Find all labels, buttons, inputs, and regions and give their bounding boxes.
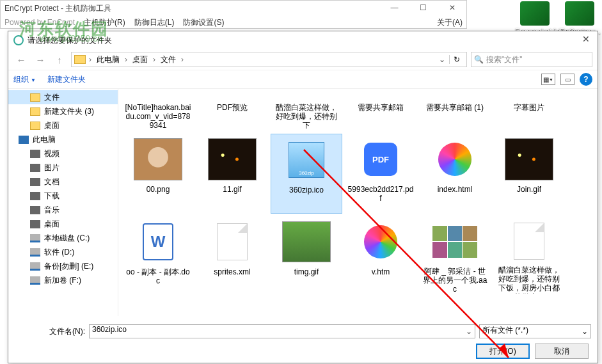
tree-item[interactable]: 本地磁盘 (C:) (8, 231, 118, 245)
tree-item[interactable]: 备份[勿删] (E:) (8, 259, 118, 273)
file-name: index.html (438, 185, 473, 194)
bc-desktop[interactable]: 桌面 (131, 53, 150, 67)
dialog-title: 请选择您要保护的文件夹 (28, 35, 112, 46)
file-dialog: 请选择您要保护的文件夹 ✕ ← → ↑ › 此电脑 › 桌面 › 文件 › ⌄ … (8, 31, 598, 363)
tree-item[interactable]: 桌面 (8, 217, 118, 231)
tree-item[interactable]: 视频 (8, 146, 118, 161)
tree-item[interactable]: 音乐 (8, 203, 118, 217)
drive-icon (30, 248, 40, 257)
folder-icon (30, 93, 40, 102)
bc-pc[interactable]: 此电脑 (95, 53, 122, 67)
file-name: 醋溜白菜这样做，好吃到爆，还特别下饭，厨房小白都能做出... (496, 265, 562, 294)
tree-item[interactable]: 下载 (8, 189, 118, 203)
forward-button: → (33, 52, 48, 67)
view-icon[interactable]: ▦▼ (541, 74, 555, 85)
file-name: timg.gif (294, 267, 319, 276)
file-item[interactable]: PDF预览 (196, 94, 268, 131)
menu-settings[interactable]: 防御设置(S) (183, 17, 224, 28)
file-thumb (207, 136, 258, 182)
close-icon[interactable]: ✕ (578, 34, 594, 47)
chevron-right-icon: › (87, 55, 93, 64)
drive-icon (30, 234, 40, 242)
file-item[interactable]: 11.gif (196, 134, 268, 214)
file-item[interactable]: PDF5993ecb2dd217.pdf (345, 134, 416, 214)
file-thumb (281, 219, 332, 265)
file-thumb: PDF (355, 136, 406, 182)
file-item[interactable]: 字幕图片 (493, 94, 565, 131)
breadcrumb[interactable]: › 此电脑 › 桌面 › 文件 › ⌄ ↻ (71, 52, 467, 67)
tree-item[interactable]: 文件 (8, 90, 118, 104)
back-button[interactable]: ← (13, 52, 29, 67)
media-icon (30, 220, 40, 228)
tree-item[interactable]: 新建文件夹 (3) (8, 104, 118, 118)
file-name: sprites.xml (214, 267, 250, 276)
file-item[interactable]: 需要共享邮箱 (1) (419, 94, 491, 131)
menu-about[interactable]: 关于(A) (437, 17, 463, 28)
help-icon[interactable]: ? (580, 73, 592, 86)
preview-icon[interactable]: ▭ (560, 74, 574, 85)
chevron-down-icon: ⌄ (466, 327, 472, 336)
newfolder-button[interactable]: 新建文件夹 (47, 74, 86, 85)
file-thumb (281, 137, 332, 183)
drive-icon (30, 276, 40, 285)
cancel-button[interactable]: 取消 (535, 344, 589, 359)
menu-host[interactable]: 主机防护(R) (84, 17, 125, 28)
chevron-down-icon[interactable]: ⌄ (439, 55, 448, 64)
file-item[interactable]: timg.gif (271, 216, 342, 296)
file-thumb (429, 219, 480, 264)
chevron-down-icon: ⌄ (582, 327, 588, 336)
min-icon[interactable]: — (380, 1, 409, 15)
file-item[interactable]: v.htm (345, 216, 416, 296)
media-icon (30, 150, 40, 158)
file-item[interactable]: [NoTitle]haokan.baidu.com_v_vid=8789341 (122, 94, 194, 131)
pc-icon (19, 136, 29, 144)
tree-item[interactable]: 文档 (8, 175, 118, 189)
file-item[interactable]: 需要共享邮箱 (345, 94, 416, 131)
filetype-select[interactable]: 所有文件 (*.*)⌄ (479, 324, 591, 338)
close-icon[interactable]: ✕ (438, 1, 466, 15)
file-item[interactable]: index.html (419, 134, 491, 214)
refresh-icon[interactable]: ↻ (449, 55, 464, 64)
file-thumb (132, 136, 184, 182)
tree-item[interactable]: 图片 (8, 161, 118, 175)
file-name: oo - 副本 - 副本.doc (125, 267, 191, 285)
tree-item[interactable]: 软件 (D:) (8, 245, 118, 259)
filename-input[interactable]: 360zip.ico⌄ (89, 324, 475, 338)
parent-window: EnCrypt Protect - 主机防御工具 — ☐ ✕ Powered b… (0, 0, 467, 29)
file-name: 5993ecb2dd217.pdf (347, 185, 414, 203)
file-thumb (503, 219, 555, 263)
organize-button[interactable]: 组织▼ (13, 74, 36, 85)
file-item[interactable]: 00.png (122, 134, 194, 214)
parent-menu: Powered by EnCrypt 主机防护(R) 防御日志(L) 防御设置(… (1, 16, 466, 29)
file-item[interactable]: Join.gif (493, 134, 565, 214)
folder-icon (74, 55, 86, 64)
menu-log[interactable]: 防御日志(L) (134, 17, 175, 28)
folder-icon (30, 107, 40, 116)
tree-item[interactable]: 新加卷 (F:) (8, 273, 118, 287)
folder-tree[interactable]: 文件新建文件夹 (3)桌面此电脑视频图片文档下载音乐桌面本地磁盘 (C:)软件 … (8, 89, 118, 316)
file-item[interactable]: 阿肆 _ 郭采洁 - 世界上的另一个我.aac (419, 216, 491, 296)
file-item[interactable]: 360zip.ico (271, 134, 342, 214)
file-item[interactable]: Woo - 副本 - 副本.doc (122, 216, 194, 296)
file-thumb (503, 136, 555, 182)
drive-icon (30, 262, 40, 271)
media-icon (30, 206, 40, 214)
bc-folder[interactable]: 文件 (159, 53, 178, 67)
file-thumb: W (132, 219, 184, 265)
media-icon (30, 178, 40, 186)
file-item[interactable]: sprites.xml (196, 216, 268, 296)
file-thumb (429, 136, 480, 182)
search-input[interactable]: 🔍 搜索"文件" (471, 52, 592, 67)
chevron-down-icon: ▼ (31, 77, 36, 83)
up-button[interactable]: ↑ (52, 52, 67, 67)
media-icon (30, 164, 40, 172)
file-name: 360zip.ico (289, 186, 324, 194)
tree-item[interactable]: 此电脑 (8, 132, 118, 146)
tree-item[interactable]: 桌面 (8, 118, 118, 132)
file-item[interactable]: 醋溜白菜这样做，好吃到爆，还特别下饭，厨房小白都能做出... (493, 216, 565, 296)
file-list[interactable]: [NoTitle]haokan.baidu.com_v_vid=8789341P… (118, 89, 598, 316)
filename-label: 文件名(N): (15, 326, 85, 337)
open-button[interactable]: 打开(O) (476, 344, 530, 359)
max-icon[interactable]: ☐ (409, 1, 438, 15)
file-item[interactable]: 醋溜白菜这样做，好吃到爆，还特别下 (271, 94, 342, 131)
